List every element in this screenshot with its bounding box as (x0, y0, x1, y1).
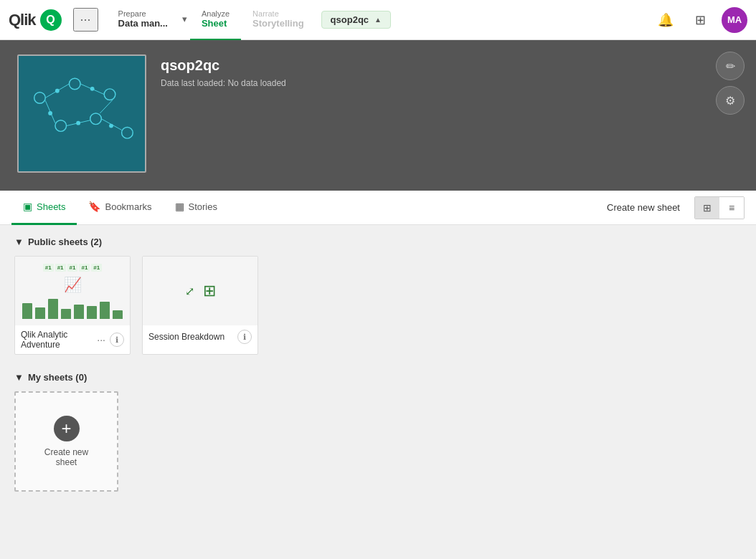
svg-point-13 (55, 89, 60, 93)
create-card-label: Create new sheet (44, 447, 88, 467)
nav-narrate-label: Narrate (252, 9, 304, 18)
tag-3: #1 (67, 264, 78, 272)
tab-stories[interactable]: ▦ Stories (164, 191, 229, 225)
tab-bookmarks[interactable]: 🔖 Bookmarks (77, 191, 163, 225)
app-selector[interactable]: qsop2qc ▲ (321, 11, 391, 29)
sheet-actions-1: ··· ℹ (95, 333, 124, 347)
list-view-icon: ≡ (729, 202, 734, 214)
bar-3 (48, 299, 58, 319)
public-sheets-title: Public sheets (2) (28, 236, 102, 247)
bar-1 (22, 303, 32, 319)
grid-view-icon: ⊞ (703, 202, 712, 214)
my-sheets-title: My sheets (0) (28, 372, 87, 383)
sheet-card-footer-1: Qlik Analytic Adventure ··· ℹ (15, 325, 130, 354)
tab-sheets-label: Sheets (37, 201, 65, 212)
chevron-up-icon: ▲ (374, 16, 382, 24)
user-avatar[interactable]: MA (722, 7, 747, 33)
tag-1: #1 (43, 264, 54, 272)
prepare-dropdown-button[interactable]: ▾ (179, 0, 190, 40)
my-sheets-grid: + Create new sheet (14, 391, 742, 492)
nav-narrate: Narrate Storytelling (241, 0, 316, 40)
sheet-actions-2: ℹ (237, 330, 252, 344)
public-sheets-grid: #1 #1 #1 #1 #1 📈 (14, 256, 742, 355)
logo-text: Qlik (9, 11, 36, 29)
bar-chart-preview (18, 299, 127, 319)
app-header-actions: ✏ ⚙ (716, 52, 745, 115)
svg-point-14 (90, 87, 95, 91)
bell-icon: 🔔 (658, 12, 674, 28)
my-sheets-header[interactable]: ▼ My sheets (0) (14, 372, 742, 383)
bar-6 (87, 306, 97, 319)
tab-sheets[interactable]: ▣ Sheets (11, 191, 77, 225)
sheets-icon: ▣ (23, 201, 32, 212)
nav-prepare-label: Prepare (118, 9, 168, 18)
app-name: qsop2qc (331, 14, 369, 25)
list-view-button[interactable]: ≡ (719, 197, 744, 219)
bar-2 (35, 307, 45, 319)
sheet-card-session-breakdown[interactable]: ⤢ ⊞ Session Breakdown ℹ (142, 256, 258, 355)
line-chart-icon: 📈 (64, 276, 82, 293)
nav-analyze-value: Sheet (202, 18, 230, 29)
view-toggle: ⊞ ≡ (694, 196, 745, 219)
edit-button[interactable]: ✏ (716, 52, 745, 80)
sheet-preview-session: ⤢ ⊞ (143, 257, 257, 325)
app-last-loaded: Data last loaded: No data loaded (161, 78, 286, 88)
svg-point-15 (48, 111, 52, 115)
app-title: qsop2qc (161, 57, 286, 74)
create-new-sheet-card[interactable]: + Create new sheet (14, 391, 118, 492)
bar-8 (113, 310, 123, 319)
logo[interactable]: Qlik Q (9, 9, 62, 31)
top-nav: Qlik Q ··· Prepare Data man... ▾ Analyze… (0, 0, 756, 40)
tag-2: #1 (55, 264, 66, 272)
expand-icon: ⤢ (185, 285, 194, 298)
svg-rect-0 (19, 56, 145, 171)
nav-narrate-value: Storytelling (252, 18, 304, 29)
sheet-info-button-2[interactable]: ℹ (237, 330, 252, 344)
logo-q: Q (40, 9, 62, 31)
tab-stories-label: Stories (189, 201, 217, 212)
nav-analyze-label: Analyze (202, 9, 230, 18)
table-icon: ⊞ (203, 282, 216, 300)
sheet-more-button-1[interactable]: ··· (95, 334, 107, 345)
bookmark-icon: 🔖 (88, 201, 100, 212)
create-plus-icon: + (54, 416, 80, 441)
grid-view-button[interactable]: ⊞ (695, 197, 719, 219)
app-info: qsop2qc Data last loaded: No data loaded (161, 54, 286, 88)
svg-point-17 (109, 124, 113, 128)
content-area: ▼ Public sheets (2) #1 #1 #1 #1 #1 📈 (0, 225, 756, 555)
tabs-bar: ▣ Sheets 🔖 Bookmarks ▦ Stories Create ne… (0, 191, 756, 225)
public-sheets-header[interactable]: ▼ Public sheets (2) (14, 236, 742, 247)
tag-4: #1 (79, 264, 90, 272)
apps-grid-button[interactable]: ⊞ (687, 7, 713, 33)
public-sheets-chevron: ▼ (14, 236, 24, 247)
nav-icons: 🔔 ⊞ MA (653, 7, 747, 33)
tab-bookmarks-label: Bookmarks (105, 201, 151, 212)
bar-7 (100, 302, 110, 319)
sheet-info-button-1[interactable]: ℹ (110, 333, 124, 347)
my-sheets-section: ▼ My sheets (0) + Create new sheet (14, 372, 742, 492)
more-options-button[interactable]: ··· (73, 8, 98, 32)
sheet-card-qlik-analytic-adventure[interactable]: #1 #1 #1 #1 #1 📈 (14, 256, 131, 355)
app-header: qsop2qc Data last loaded: No data loaded… (0, 40, 756, 191)
grid-icon: ⊞ (695, 12, 706, 28)
tag-5: #1 (91, 264, 102, 272)
sheet-preview-qlik-analytic: #1 #1 #1 #1 #1 📈 (15, 257, 130, 325)
notifications-button[interactable]: 🔔 (653, 7, 679, 33)
sheet-name-1: Qlik Analytic Adventure (21, 330, 95, 350)
nav-analyze[interactable]: Analyze Sheet (190, 0, 241, 40)
sheet-name-2: Session Breakdown (148, 332, 225, 342)
nav-prepare-value: Data man... (118, 18, 168, 29)
create-sheet-button[interactable]: Create new sheet (598, 198, 689, 217)
edit-icon: ✏ (726, 59, 735, 73)
svg-point-16 (76, 121, 80, 125)
my-sheets-chevron: ▼ (14, 372, 24, 383)
app-thumbnail (17, 54, 146, 173)
bar-4 (61, 309, 71, 319)
bar-5 (74, 305, 84, 319)
stories-icon: ▦ (175, 201, 184, 212)
sheet-card-footer-2: Session Breakdown ℹ (143, 325, 257, 348)
settings-button[interactable]: ⚙ (716, 86, 745, 115)
settings-icon: ⚙ (725, 94, 735, 108)
nav-prepare[interactable]: Prepare Data man... (107, 0, 179, 40)
